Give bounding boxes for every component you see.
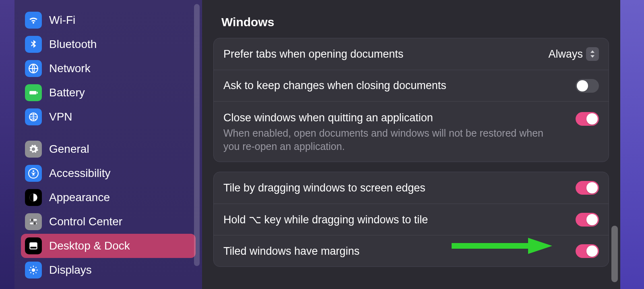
sidebar-item-battery[interactable]: Battery: [21, 81, 196, 105]
sidebar-label: Bluetooth: [49, 38, 97, 51]
sidebar-list: Wi-Fi Bluetooth Network Battery: [21, 8, 196, 282]
sidebar-item-desktop-dock[interactable]: Desktop & Dock: [21, 234, 196, 258]
sidebar-scrollbar[interactable]: [194, 4, 200, 266]
svg-line-19: [35, 272, 36, 273]
sidebar-label: Battery: [49, 86, 85, 99]
prefer-tabs-label: Prefer tabs when opening documents: [223, 47, 548, 61]
svg-line-18: [30, 267, 31, 268]
row-prefer-tabs: Prefer tabs when opening documents Alway…: [214, 38, 609, 70]
sidebar-item-bluetooth[interactable]: Bluetooth: [21, 32, 196, 56]
tile-edges-toggle[interactable]: [576, 181, 599, 195]
svg-rect-12: [30, 247, 36, 248]
globe-icon: [25, 108, 42, 125]
sidebar-label: Wi-Fi: [49, 14, 75, 27]
content-pane: Windows Prefer tabs when opening documen…: [202, 0, 620, 289]
svg-line-21: [35, 267, 36, 268]
sidebar-item-control-center[interactable]: Control Center: [21, 210, 196, 234]
appearance-icon: [25, 189, 42, 206]
sidebar-label: Control Center: [49, 215, 122, 228]
svg-rect-2: [37, 92, 38, 94]
svg-point-13: [32, 268, 35, 272]
sidebar-label: Network: [49, 62, 91, 75]
sidebar-label: VPN: [49, 110, 72, 123]
section-title-windows: Windows: [221, 15, 609, 29]
sidebar-item-vpn[interactable]: VPN: [21, 105, 196, 129]
row-ask-keep-changes: Ask to keep changes when closing documen…: [214, 70, 609, 101]
ask-keep-label: Ask to keep changes when closing documen…: [223, 78, 576, 93]
desktop-left-strip: [0, 0, 14, 289]
panel-windows: Prefer tabs when opening documents Alway…: [213, 38, 609, 162]
content-scrollbar[interactable]: [611, 226, 618, 282]
close-windows-label: Close windows when quitting an applicati…: [223, 110, 576, 125]
chevron-up-down-icon: [586, 47, 599, 61]
sidebar-label: Desktop & Dock: [49, 239, 130, 252]
svg-rect-1: [29, 91, 36, 95]
sidebar-label: Accessibility: [49, 167, 110, 180]
row-tiled-margins: Tiled windows have margins: [214, 235, 609, 266]
battery-icon: [25, 84, 42, 101]
svg-point-5: [33, 170, 34, 172]
wifi-icon: [25, 12, 42, 29]
sidebar: Wi-Fi Bluetooth Network Battery: [14, 0, 202, 289]
tiled-margins-label: Tiled windows have margins: [223, 244, 576, 258]
svg-point-8: [31, 218, 34, 221]
brightness-icon: [25, 262, 42, 279]
bluetooth-icon: [25, 36, 42, 53]
sidebar-item-appearance[interactable]: Appearance: [21, 185, 196, 210]
hold-option-label: Hold ⌥ key while dragging windows to til…: [223, 212, 576, 227]
sidebar-item-wifi[interactable]: Wi-Fi: [21, 8, 196, 32]
prefer-tabs-value: Always: [548, 48, 583, 60]
sidebar-label: Appearance: [49, 191, 110, 204]
sidebar-separator: [21, 129, 196, 137]
svg-line-20: [30, 272, 31, 273]
prefer-tabs-dropdown[interactable]: Always: [548, 47, 599, 61]
row-close-windows: Close windows when quitting an applicati…: [214, 101, 609, 162]
sidebar-item-accessibility[interactable]: Accessibility: [21, 161, 196, 185]
tiled-margins-toggle[interactable]: [576, 244, 599, 258]
sidebar-label: General: [49, 143, 89, 156]
sliders-icon: [25, 213, 42, 230]
dock-icon: [25, 237, 42, 254]
sidebar-item-displays[interactable]: Displays: [21, 258, 196, 282]
row-tile-edges: Tile by dragging windows to screen edges: [214, 172, 609, 204]
desktop-right-strip: [620, 0, 644, 289]
hold-option-toggle[interactable]: [576, 213, 599, 227]
ask-keep-toggle[interactable]: [576, 79, 599, 93]
gear-icon: [25, 141, 42, 158]
system-settings-window: Wi-Fi Bluetooth Network Battery: [14, 0, 620, 289]
svg-point-10: [33, 222, 36, 225]
panel-tiling: Tile by dragging windows to screen edges…: [213, 172, 609, 267]
row-hold-option: Hold ⌥ key while dragging windows to til…: [214, 204, 609, 235]
tile-edges-label: Tile by dragging windows to screen edges: [223, 181, 576, 195]
sidebar-label: Displays: [49, 264, 92, 277]
close-windows-sub: When enabled, open documents and windows…: [223, 127, 553, 153]
sidebar-item-network[interactable]: Network: [21, 56, 196, 81]
close-windows-toggle[interactable]: [576, 112, 599, 126]
accessibility-icon: [25, 165, 42, 182]
network-icon: [25, 60, 42, 77]
sidebar-item-general[interactable]: General: [21, 137, 196, 161]
